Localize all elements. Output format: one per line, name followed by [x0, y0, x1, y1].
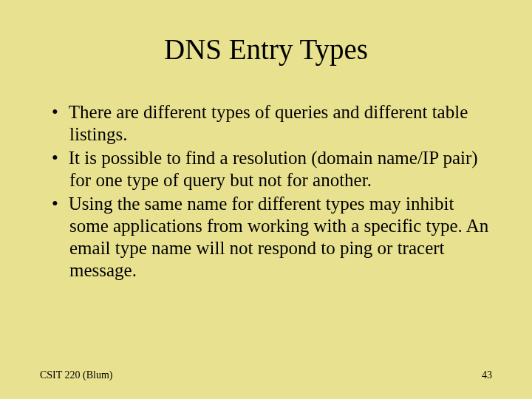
list-item: There are different types of queries and… — [40, 101, 492, 146]
list-item: Using the same name for different types … — [40, 193, 492, 282]
slide-footer: CSIT 220 (Blum) 43 — [40, 369, 492, 381]
footer-left: CSIT 220 (Blum) — [40, 369, 113, 381]
slide-container: DNS Entry Types There are different type… — [0, 0, 532, 399]
list-item: It is possible to find a resolution (dom… — [40, 147, 492, 191]
footer-page-number: 43 — [482, 369, 492, 381]
bullet-list: There are different types of queries and… — [40, 101, 492, 282]
slide-title: DNS Entry Types — [40, 33, 492, 66]
